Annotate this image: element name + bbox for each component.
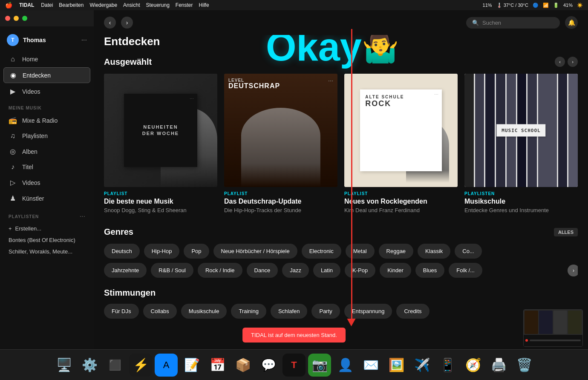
genre-chip-electronic[interactable]: Electronic [302,244,341,259]
bluetooth-icon[interactable]: 🔵 [533,3,539,8]
dock-contacts[interactable]: 👤 [334,354,357,377]
dock-messages[interactable]: 💬 [257,354,280,377]
back-button[interactable]: ‹ [104,17,116,29]
dock-reeder[interactable]: ⚡ [129,354,152,377]
wifi-icon[interactable]: 📶 [543,3,549,8]
card-neuheiten[interactable]: NEUHEITENDER WOCHE ⋯ PLAYLIST Die beste … [104,74,217,213]
mood-chip-party[interactable]: Party [311,304,340,319]
genre-chip-metal[interactable]: Metal [346,244,375,259]
genres-next-button[interactable]: › [568,265,578,276]
card-neuheiten-subtitle: Snoop Dogg, Sting & Ed Sheeran [104,207,217,213]
sidebar-create-playlist[interactable]: + Erstellen... [0,223,94,234]
dock-telegram[interactable]: ✈️ [410,354,433,377]
dock-safari[interactable]: 🧭 [461,354,484,377]
close-button[interactable] [5,16,10,21]
menu-hilfe[interactable]: Hilfe [199,2,209,8]
card-musikschule-subtitle: Entdecke Genres und Instrumente [464,207,578,213]
sidebar-playlist-schiller[interactable]: Schiller, Worakls, Meute... [0,246,94,257]
dock-mail[interactable]: ✉️ [359,354,382,377]
playlisten-more-button[interactable]: ··· [80,213,85,220]
dock-settings[interactable]: ⚙️ [78,354,101,377]
app-name[interactable]: TIDAL [19,2,34,8]
user-avatar: T [7,34,19,46]
dock-photos[interactable]: 🖼️ [385,354,408,377]
sidebar-item-mixe[interactable]: 📻 Mixe & Radio [3,113,90,128]
forward-button[interactable]: › [121,17,133,29]
dock-tidal[interactable]: T [282,354,306,377]
search-input[interactable]: Suchen [482,20,554,26]
sidebar-item-videos-sub[interactable]: ▷ Videos [3,175,90,190]
mood-chip-djs[interactable]: Für DJs [104,304,139,319]
sidebar-playlist-bontes[interactable]: Bontes (Best Of Electronic) [0,234,94,246]
genre-chip-jazz[interactable]: Jazz [282,263,309,278]
genre-chip-rock[interactable]: Rock / Indie [198,263,242,278]
sidebar-item-entdecken[interactable]: ◉ Entdecken [3,67,90,83]
menu-fenster[interactable]: Fenster [176,2,193,8]
dock-launchpad[interactable]: ⬛ [104,354,127,377]
genre-chip-hiphop[interactable]: Hip-Hop [144,244,180,259]
menu-steuerung[interactable]: Steuerung [146,2,169,8]
mood-chip-collabs[interactable]: Collabs [143,304,177,319]
genre-chip-hoerbuecher[interactable]: Neue Hörbücher / Hörspiele [213,244,297,259]
card-musikschule-tag: PLAYLISTEN [464,191,578,196]
notification-bell[interactable]: 🔔 [565,16,578,29]
user-more-button[interactable]: ··· [81,36,87,44]
brightness-icon[interactable]: ☀️ [577,3,583,8]
ausgewaehlt-next-button[interactable]: › [568,57,578,67]
genre-chip-co[interactable]: Co... [455,244,481,259]
dock-facetime[interactable]: 📷 [308,354,331,377]
mood-chip-schlafen[interactable]: Schlafen [271,304,308,319]
genre-chip-reggae[interactable]: Reggae [379,244,414,259]
genre-chip-kinder[interactable]: Kinder [380,263,411,278]
sidebar-item-titel[interactable]: ♪ Titel [3,160,90,174]
dock-calendar[interactable]: 📅 [206,354,229,377]
preview-thumbnail[interactable] [523,309,583,347]
fullscreen-button[interactable] [22,16,27,21]
menu-bearbeiten[interactable]: Bearbeiten [59,2,84,8]
sidebar-item-kuenstler[interactable]: ♟ Künstler [3,191,90,206]
dock-printer[interactable]: 🖨️ [487,354,510,377]
genre-chip-pop[interactable]: Pop [184,244,209,259]
preview-top [524,310,582,335]
minimize-button[interactable] [14,16,19,21]
menu-datei[interactable]: Datei [41,2,53,8]
genre-chip-klassik[interactable]: Klassik [418,244,450,259]
genre-chip-folk[interactable]: Folk /... [449,263,482,278]
genre-chip-deutsch[interactable]: Deutsch [104,244,140,259]
genre-chip-latin[interactable]: Latin [313,263,340,278]
genre-chip-rnb[interactable]: R&B / Soul [151,263,193,278]
card-rock-image: ALTE SCHULE ROCK ⋯ [344,74,458,187]
mood-chip-musikschule[interactable]: Musikschule [181,304,227,319]
card-deutschrap[interactable]: LEVEL DEUTSCHRAP ⋯ PLAYLIST Das Deutschr… [224,74,337,213]
dock-finder[interactable]: 🖥️ [52,354,75,377]
sidebar-item-home[interactable]: ⌂ Home [3,52,90,66]
apple-menu[interactable]: 🍎 [5,2,12,9]
mood-chip-entspannung[interactable]: Entspannung [344,304,392,319]
mood-chip-training[interactable]: Training [231,304,266,319]
alles-button[interactable]: ALLES [554,228,578,236]
dock-dropbox[interactable]: 📦 [231,354,254,377]
genre-chip-kpop[interactable]: K-Pop [345,263,375,278]
mood-chip-credits[interactable]: Credits [396,304,429,319]
menu-wiedergabe[interactable]: Wiedergabe [89,2,117,8]
sidebar-item-playlisten[interactable]: ♫ Playlisten [3,129,90,143]
sidebar-item-videos[interactable]: ▶ Videos [3,84,90,99]
dock-trash[interactable]: 🗑️ [513,354,536,377]
stimmungen-section: Stimmungen Für DJs Collabs Musikschule T… [104,288,578,319]
genres-title: Genres [104,227,133,237]
dock-whatsapp[interactable]: 📱 [436,354,459,377]
card-musikschule[interactable]: MUSIC SCHOOL PLAYLISTEN Musikschule Entd… [464,74,578,213]
ausgewaehlt-prev-button[interactable]: ‹ [555,57,565,67]
dock-notes[interactable]: 📝 [180,354,203,377]
genre-chip-jahrzehnte[interactable]: Jahrzehnte [104,263,147,278]
card-rock[interactable]: ALTE SCHULE ROCK ⋯ PLAYLIST Neues von Ro… [344,74,458,213]
titel-icon: ♪ [9,163,17,171]
sidebar-item-alben[interactable]: ◎ Alben [3,144,90,159]
art-rock-sub: ROCK [365,99,437,108]
genre-chip-dance[interactable]: Dance [247,263,278,278]
dock-appstore[interactable]: A [155,354,178,377]
genre-chip-blues[interactable]: Blues [415,263,445,278]
card-neuheiten-title: Die beste neue Musik [104,198,217,205]
menu-ansicht[interactable]: Ansicht [123,2,140,8]
ausgewaehlt-header: Ausgewählt ‹ › [104,57,578,67]
